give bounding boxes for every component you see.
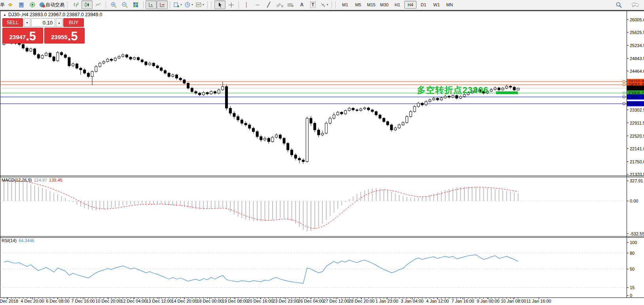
tf-m5-button[interactable]: M5 (352, 1, 364, 9)
fibonacci-button[interactable]: F (285, 0, 296, 9)
date-axis-label: 9 Jan 00:00 (477, 299, 500, 303)
signals-button[interactable] (27, 0, 38, 9)
sell-price-tile[interactable]: 23947.5 (2, 28, 43, 44)
chevron-down-icon[interactable]: ▾ (180, 3, 182, 6)
rsi-axis-tick-label: 100 (630, 240, 637, 245)
tile-windows-button[interactable] (130, 0, 141, 9)
date-axis-label: 6 Dec 08:00 (46, 299, 69, 303)
horizontal-line-button[interactable]: ─ (252, 0, 263, 9)
candle-body (26, 48, 28, 51)
level-line-handle[interactable] (623, 103, 625, 105)
macd-axis-tick-label: 327.91 (630, 178, 643, 183)
tf-m15-button[interactable]: M15 (365, 1, 377, 9)
candle-body (264, 138, 266, 140)
search-button[interactable] (613, 0, 624, 9)
candle-body (206, 93, 208, 94)
level-line-handle[interactable] (623, 92, 625, 94)
candle-body (321, 133, 324, 135)
candle-body (125, 55, 128, 57)
tf-w1-button[interactable]: W1 (430, 1, 443, 9)
zoom-out-button[interactable] (119, 0, 130, 9)
pane-separator[interactable] (0, 237, 644, 238)
candle-body (214, 91, 216, 93)
pane-separator[interactable] (0, 177, 644, 177)
candle-body (41, 55, 44, 58)
metaeditor-button[interactable] (16, 0, 27, 9)
new-chart-button[interactable]: ▾ (172, 0, 183, 9)
date-axis-label: 7 Dec 16:00 (71, 299, 95, 303)
zoom-in-icon (110, 2, 117, 8)
candle-body (49, 53, 51, 57)
channel-icon (276, 2, 282, 8)
trendline-icon: ╱ (267, 2, 270, 8)
candle-body (241, 120, 243, 123)
label-tool-button[interactable]: T (307, 0, 318, 9)
annotation-highlight-bar[interactable] (496, 91, 518, 94)
chat-button[interactable] (630, 0, 641, 9)
candle-body (490, 89, 492, 91)
toolbar-grip (67, 2, 69, 8)
sell-button[interactable]: SELL (2, 18, 23, 27)
text-tool-button[interactable]: A (296, 0, 307, 9)
candle-body (341, 112, 343, 114)
crosshair-button[interactable] (225, 0, 237, 9)
date-axis-label: 12 Dec 04:00 (121, 299, 146, 303)
tf-h4-button[interactable]: H4 (404, 1, 417, 9)
pane-separator[interactable] (0, 236, 644, 237)
templates-button[interactable]: ▾ (194, 0, 205, 9)
auto-scroll-button[interactable] (146, 0, 157, 9)
candle-body (176, 75, 178, 78)
tf-mn-button[interactable]: MN (443, 1, 456, 9)
cursor-button[interactable] (214, 0, 225, 9)
candle-body (179, 78, 182, 80)
rsi-axis-tick-label: 15 (630, 285, 635, 290)
pane-separator[interactable] (0, 176, 644, 176)
chevron-down-icon[interactable]: ▾ (191, 3, 193, 6)
buy-price-tile[interactable]: 23955.5 (44, 28, 85, 44)
zoom-in-button[interactable] (108, 0, 119, 9)
candle-body (237, 117, 239, 120)
candle-body (352, 108, 354, 110)
channel-button[interactable]: E (274, 0, 285, 9)
level-line-handle[interactable] (623, 96, 625, 98)
pivot-annotation-text[interactable]: 多空转折点23806 (417, 84, 489, 96)
chevron-down-icon[interactable]: ▾ (203, 3, 204, 6)
metaeditor-icon (18, 2, 25, 8)
trendline-button[interactable]: ╱ (263, 0, 274, 9)
chart-canvas[interactable]: 26005.025625.525234.524843.524464.023302… (0, 0, 644, 305)
new-order-button[interactable] (5, 0, 16, 9)
candle-body (337, 112, 339, 115)
level-line-handle[interactable] (623, 83, 625, 85)
candle-body (494, 88, 496, 89)
line-chart-button[interactable] (93, 0, 104, 9)
tf-d1-button[interactable]: D1 (417, 1, 430, 9)
level-line-handle[interactable] (623, 80, 625, 82)
candle-body (310, 118, 312, 123)
candle-body (333, 115, 335, 118)
candle-body (509, 86, 511, 87)
volume-up-button[interactable]: ▲ (56, 18, 63, 27)
shapes-button[interactable]: ▾ (318, 0, 330, 9)
candle-body (406, 117, 408, 123)
chart-shift-button[interactable] (157, 0, 168, 9)
chevron-down-icon[interactable]: ▾ (327, 3, 328, 6)
candle-body (444, 96, 447, 98)
order-text[interactable]: 单 (0, 2, 5, 8)
candle-body (160, 68, 163, 70)
buy-button[interactable]: BUY (63, 18, 84, 27)
bar-chart-button[interactable] (70, 0, 81, 9)
volume-down-button[interactable]: ▼ (24, 18, 30, 27)
collapse-panel-icon[interactable]: ▲ (3, 13, 6, 17)
candle-body (390, 125, 393, 130)
autotrading-button[interactable]: 自动交易 (38, 0, 66, 9)
tf-m1-button[interactable]: M1 (339, 1, 351, 9)
candle-body (95, 66, 97, 72)
tf-h1-button[interactable]: H1 (391, 1, 403, 9)
timeframes-button[interactable]: ▾ (183, 0, 194, 9)
candle-body (76, 64, 78, 68)
tf-m30-button[interactable]: M30 (378, 1, 390, 9)
candle-chart-button[interactable] (81, 0, 93, 9)
volume-input[interactable] (31, 18, 55, 27)
vertical-line-button[interactable]: │ (241, 0, 252, 9)
candle-body (394, 128, 396, 130)
